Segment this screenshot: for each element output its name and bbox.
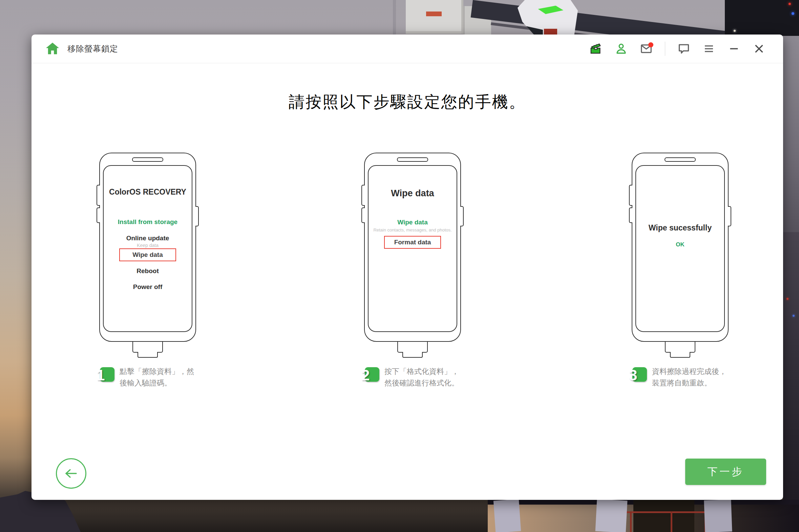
industrial-base [488, 500, 799, 532]
menu-online-update: Online update [104, 234, 192, 242]
wipe-success-title: Wipe sucessfully [636, 223, 724, 232]
close-button[interactable] [752, 42, 765, 55]
menu-keep-data: Keep data [104, 243, 192, 248]
phone-volume-button [96, 207, 100, 223]
messages-button[interactable] [640, 42, 653, 55]
account-button[interactable] [615, 42, 628, 55]
feedback-icon [677, 42, 690, 55]
structure-marking [426, 12, 442, 16]
phone-power-button [460, 206, 464, 226]
usb-plug [665, 341, 695, 358]
phone-illustration-3: Wipe sucessfully OK [632, 153, 729, 342]
gundam-visor [538, 6, 564, 14]
gundam-head [517, 0, 578, 35]
format-data-label: Format data [394, 239, 431, 246]
pillar [704, 499, 732, 532]
wipe-data-option: Wipe data [368, 218, 457, 226]
phone-speaker [132, 157, 163, 162]
usb-plug [397, 341, 428, 358]
step-3: 3 資料擦除過程完成後， 裝置將自動重啟。 [632, 367, 647, 382]
window-title: 移除螢幕鎖定 [67, 43, 118, 54]
step-column-2: Wipe data Wipe data Retain contacts, mes… [364, 153, 461, 437]
desktop: 移除螢幕鎖定 [0, 0, 799, 532]
minimize-button[interactable] [728, 42, 740, 55]
white-light [733, 30, 736, 32]
menu-power-off: Power off [104, 283, 192, 291]
dark-gap [633, 500, 694, 532]
page-title: 請按照以下步驟設定您的手機。 [32, 91, 783, 113]
home-icon [45, 41, 60, 57]
phone-volume-button [96, 185, 100, 206]
retain-note: Retain contacts, messages, and photos. [368, 227, 457, 232]
step-1-number: 1 [96, 367, 105, 383]
menu-reboot: Reboot [104, 267, 192, 275]
step-3-badge: 3 [632, 367, 647, 382]
format-data-highlighted: Format data [384, 236, 441, 249]
step-1-description: 點擊「擦除資料」，然 後輸入驗證碼。 [120, 366, 194, 389]
step-1: 1 點擊「擦除資料」，然 後輸入驗證碼。 [100, 367, 114, 382]
toolbox-icon [590, 43, 602, 55]
notification-dot [648, 42, 653, 48]
next-button[interactable]: 下一步 [685, 459, 766, 485]
minimize-icon [728, 43, 740, 55]
phone-volume-button [361, 185, 365, 206]
blue-light [792, 12, 794, 15]
step-3-number: 3 [629, 367, 637, 383]
red-light [788, 3, 791, 5]
app-window: 移除螢幕鎖定 [32, 35, 783, 500]
phone-power-button [728, 206, 731, 226]
feedback-button[interactable] [677, 42, 690, 55]
dark-tower [725, 0, 799, 36]
wipe-data-label: Wipe data [132, 251, 163, 259]
close-icon [753, 43, 765, 55]
step-2-description: 按下「格式化資料」， 然後確認進行格式化。 [384, 366, 459, 389]
phone-power-button [196, 206, 199, 226]
usb-plug [132, 341, 163, 358]
right-structure-upper [783, 36, 799, 232]
red-scaffold-v [630, 511, 632, 532]
recovery-title: ColorOS RECOVERY [104, 188, 192, 197]
account-icon [615, 42, 628, 55]
menu-wipe-data-highlighted: Wipe data [119, 248, 176, 261]
phone-illustration-1: ColorOS RECOVERY Install from storage On… [99, 153, 196, 342]
pillar [596, 499, 628, 532]
phone-screen-2: Wipe data Wipe data Retain contacts, mes… [368, 165, 457, 332]
titlebar: 移除螢幕鎖定 [32, 35, 783, 63]
toolbox-button[interactable] [590, 42, 602, 55]
phone-screen-3: Wipe sucessfully OK [635, 165, 725, 332]
step-2-badge: 2 [365, 367, 379, 382]
step-1-badge: 1 [100, 367, 114, 382]
ok-label: OK [636, 241, 724, 248]
phone-speaker [397, 157, 428, 162]
step-3-description: 資料擦除過程完成後， 裝置將自動重啟。 [652, 366, 727, 389]
red-scaffold-v [671, 511, 672, 532]
menu-icon [703, 43, 715, 55]
white-structure [406, 0, 464, 34]
blue-light-2 [793, 315, 795, 317]
menu-install-from-storage: Install from storage [104, 218, 192, 226]
scaffold-pole [393, 0, 396, 35]
red-scaffold-h [620, 511, 715, 513]
phone-speaker [665, 157, 696, 162]
phone-volume-button [629, 185, 632, 206]
wipe-data-title: Wipe data [368, 188, 457, 199]
phone-illustration-2: Wipe data Wipe data Retain contacts, mes… [364, 153, 461, 342]
phone-volume-button [629, 207, 632, 223]
right-structure-lower [783, 232, 799, 503]
step-2: 2 按下「格式化資料」， 然後確認進行格式化。 [365, 367, 379, 382]
titlebar-divider [665, 42, 665, 56]
pillar [493, 499, 521, 532]
phone-screen-1: ColorOS RECOVERY Install from storage On… [103, 165, 193, 332]
red-light-2 [786, 298, 788, 300]
back-button[interactable] [56, 458, 86, 489]
step-column-1: ColorOS RECOVERY Install from storage On… [99, 153, 196, 437]
back-arrow-icon [63, 467, 79, 479]
menu-button[interactable] [703, 42, 715, 55]
home-button[interactable] [44, 41, 61, 57]
step-2-number: 2 [361, 367, 369, 383]
step-column-3: Wipe sucessfully OK 3 資料擦除過程完成後， 裝置將自動重啟… [632, 153, 729, 437]
phone-volume-button [361, 207, 365, 223]
